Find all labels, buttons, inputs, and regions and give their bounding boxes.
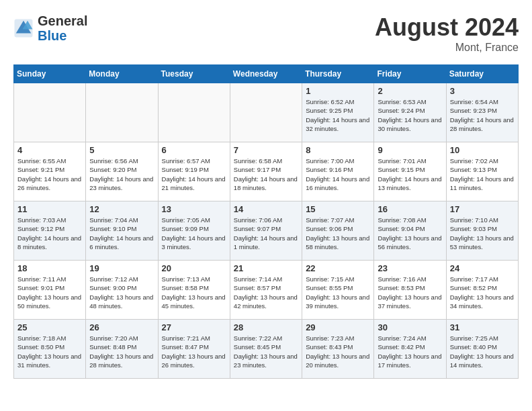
calendar-cell: 19Sunrise: 7:12 AMSunset: 9:00 PMDayligh…	[86, 261, 158, 320]
day-info: Sunrise: 7:10 AMSunset: 9:03 PMDaylight:…	[450, 216, 515, 251]
calendar-cell: 20Sunrise: 7:13 AMSunset: 8:58 PMDayligh…	[158, 261, 230, 320]
calendar-cell: 3Sunrise: 6:54 AMSunset: 9:23 PMDaylight…	[446, 83, 518, 142]
calendar-cell: 24Sunrise: 7:17 AMSunset: 8:52 PMDayligh…	[446, 261, 518, 320]
calendar-cell: 22Sunrise: 7:15 AMSunset: 8:55 PMDayligh…	[302, 261, 374, 320]
calendar-cell: 25Sunrise: 7:18 AMSunset: 8:50 PMDayligh…	[14, 320, 86, 379]
day-info: Sunrise: 7:16 AMSunset: 8:53 PMDaylight:…	[378, 275, 442, 310]
day-number: 19	[89, 263, 154, 273]
day-info: Sunrise: 7:03 AMSunset: 9:12 PMDaylight:…	[17, 216, 82, 251]
calendar-cell	[14, 83, 86, 142]
day-number: 3	[450, 86, 515, 96]
calendar-cell: 1Sunrise: 6:52 AMSunset: 9:25 PMDaylight…	[302, 83, 374, 142]
day-number: 25	[17, 322, 82, 332]
day-info: Sunrise: 7:25 AMSunset: 8:40 PMDaylight:…	[450, 334, 515, 369]
day-info: Sunrise: 6:54 AMSunset: 9:23 PMDaylight:…	[450, 97, 515, 133]
page-header: General Blue August 2024 Mont, France	[13, 13, 519, 54]
calendar-cell: 30Sunrise: 7:24 AMSunset: 8:42 PMDayligh…	[374, 320, 446, 379]
day-number: 18	[17, 263, 82, 273]
location: Mont, France	[375, 42, 519, 54]
calendar-cell: 12Sunrise: 7:04 AMSunset: 9:10 PMDayligh…	[86, 201, 158, 261]
calendar-cell: 10Sunrise: 7:02 AMSunset: 9:13 PMDayligh…	[446, 142, 518, 201]
day-info: Sunrise: 6:56 AMSunset: 9:20 PMDaylight:…	[89, 156, 154, 192]
calendar-cell: 18Sunrise: 7:11 AMSunset: 9:01 PMDayligh…	[14, 261, 86, 320]
day-info: Sunrise: 7:13 AMSunset: 8:58 PMDaylight:…	[162, 275, 226, 310]
header-row: Sunday Monday Tuesday Wednesday Thursday…	[14, 65, 519, 83]
day-info: Sunrise: 6:55 AMSunset: 9:21 PMDaylight:…	[17, 156, 82, 192]
day-number: 22	[306, 263, 370, 273]
day-number: 1	[306, 86, 370, 96]
day-number: 31	[450, 322, 515, 332]
day-info: Sunrise: 7:17 AMSunset: 8:52 PMDaylight:…	[450, 275, 515, 310]
day-number: 15	[306, 204, 370, 214]
calendar-cell: 13Sunrise: 7:05 AMSunset: 9:09 PMDayligh…	[158, 201, 230, 261]
calendar-cell: 16Sunrise: 7:08 AMSunset: 9:04 PMDayligh…	[374, 201, 446, 261]
day-number: 30	[378, 322, 442, 332]
col-sunday: Sunday	[14, 65, 86, 83]
day-number: 12	[89, 204, 154, 214]
day-number: 28	[234, 322, 298, 332]
calendar-cell: 5Sunrise: 6:56 AMSunset: 9:20 PMDaylight…	[86, 142, 158, 201]
calendar-cell	[86, 83, 158, 142]
week-row-4: 18Sunrise: 7:11 AMSunset: 9:01 PMDayligh…	[14, 261, 519, 320]
day-info: Sunrise: 7:22 AMSunset: 8:45 PMDaylight:…	[234, 334, 298, 369]
day-info: Sunrise: 7:02 AMSunset: 9:13 PMDaylight:…	[450, 156, 515, 192]
day-info: Sunrise: 7:04 AMSunset: 9:10 PMDaylight:…	[89, 216, 154, 251]
calendar-cell: 9Sunrise: 7:01 AMSunset: 9:15 PMDaylight…	[374, 142, 446, 201]
day-number: 17	[450, 204, 515, 214]
month-year: August 2024	[375, 13, 519, 42]
day-info: Sunrise: 7:07 AMSunset: 9:06 PMDaylight:…	[306, 216, 370, 251]
col-friday: Friday	[374, 65, 446, 83]
day-number: 9	[378, 145, 442, 155]
week-row-3: 11Sunrise: 7:03 AMSunset: 9:12 PMDayligh…	[14, 201, 519, 261]
calendar-cell: 7Sunrise: 6:58 AMSunset: 9:17 PMDaylight…	[230, 142, 302, 201]
day-info: Sunrise: 7:15 AMSunset: 8:55 PMDaylight:…	[306, 275, 370, 310]
calendar-table: Sunday Monday Tuesday Wednesday Thursday…	[13, 64, 519, 379]
day-info: Sunrise: 6:57 AMSunset: 9:19 PMDaylight:…	[162, 156, 226, 192]
day-info: Sunrise: 7:08 AMSunset: 9:04 PMDaylight:…	[378, 216, 442, 251]
calendar-cell	[158, 83, 230, 142]
calendar-cell: 28Sunrise: 7:22 AMSunset: 8:45 PMDayligh…	[230, 320, 302, 379]
day-number: 2	[378, 86, 442, 96]
day-number: 5	[89, 145, 154, 155]
day-number: 23	[378, 263, 442, 273]
calendar-cell: 2Sunrise: 6:53 AMSunset: 9:24 PMDaylight…	[374, 83, 446, 142]
day-info: Sunrise: 7:18 AMSunset: 8:50 PMDaylight:…	[17, 334, 82, 369]
day-number: 4	[17, 145, 82, 155]
col-thursday: Thursday	[302, 65, 374, 83]
day-number: 27	[162, 322, 226, 332]
calendar-cell: 31Sunrise: 7:25 AMSunset: 8:40 PMDayligh…	[446, 320, 518, 379]
day-info: Sunrise: 7:05 AMSunset: 9:09 PMDaylight:…	[162, 216, 226, 251]
calendar-cell	[230, 83, 302, 142]
calendar-cell: 14Sunrise: 7:06 AMSunset: 9:07 PMDayligh…	[230, 201, 302, 261]
day-info: Sunrise: 7:11 AMSunset: 9:01 PMDaylight:…	[17, 275, 82, 310]
day-number: 14	[234, 204, 298, 214]
day-number: 7	[234, 145, 298, 155]
day-number: 21	[234, 263, 298, 273]
day-number: 6	[162, 145, 226, 155]
day-number: 29	[306, 322, 370, 332]
calendar-cell: 21Sunrise: 7:14 AMSunset: 8:57 PMDayligh…	[230, 261, 302, 320]
col-monday: Monday	[86, 65, 158, 83]
day-number: 20	[162, 263, 226, 273]
col-wednesday: Wednesday	[230, 65, 302, 83]
week-row-1: 1Sunrise: 6:52 AMSunset: 9:25 PMDaylight…	[14, 83, 519, 142]
calendar-cell: 15Sunrise: 7:07 AMSunset: 9:06 PMDayligh…	[302, 201, 374, 261]
day-info: Sunrise: 7:24 AMSunset: 8:42 PMDaylight:…	[378, 334, 442, 369]
logo-icon	[13, 18, 34, 38]
day-number: 10	[450, 145, 515, 155]
calendar-cell: 29Sunrise: 7:23 AMSunset: 8:43 PMDayligh…	[302, 320, 374, 379]
calendar-cell: 17Sunrise: 7:10 AMSunset: 9:03 PMDayligh…	[446, 201, 518, 261]
day-number: 24	[450, 263, 515, 273]
day-info: Sunrise: 7:12 AMSunset: 9:00 PMDaylight:…	[89, 275, 154, 310]
day-number: 26	[89, 322, 154, 332]
logo-line2: Blue	[38, 28, 87, 43]
day-info: Sunrise: 7:06 AMSunset: 9:07 PMDaylight:…	[234, 216, 298, 251]
day-info: Sunrise: 6:53 AMSunset: 9:24 PMDaylight:…	[378, 97, 442, 133]
col-saturday: Saturday	[446, 65, 518, 83]
day-number: 16	[378, 204, 442, 214]
day-number: 11	[17, 204, 82, 214]
logo: General Blue	[13, 13, 87, 43]
day-info: Sunrise: 7:20 AMSunset: 8:48 PMDaylight:…	[89, 334, 154, 369]
day-info: Sunrise: 7:21 AMSunset: 8:47 PMDaylight:…	[162, 334, 226, 369]
day-info: Sunrise: 6:58 AMSunset: 9:17 PMDaylight:…	[234, 156, 298, 192]
